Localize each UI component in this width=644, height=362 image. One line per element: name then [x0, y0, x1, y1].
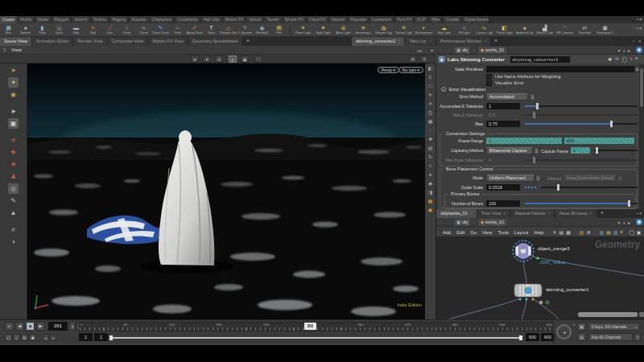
overlay-icon[interactable]: ▥ [613, 229, 618, 235]
search-icon[interactable]: ◯ [622, 56, 628, 62]
playhead-marker[interactable]: 291 [304, 323, 316, 330]
shelf-tab[interactable]: Digital Assets [462, 16, 489, 23]
shelf-tab[interactable]: Characters [150, 16, 175, 23]
shelf-tool[interactable]: ✛ Null [85, 23, 101, 36]
node-label[interactable]: object_merge3 [538, 246, 570, 251]
shelf-tab[interactable]: Polygon [52, 16, 72, 23]
close-icon[interactable]: × [484, 39, 486, 43]
frame-all-icon[interactable]: ▣ [637, 229, 642, 235]
shelf-tab[interactable]: Muscles [129, 16, 149, 23]
menu-item[interactable]: Tools [498, 230, 510, 235]
display-option-icon[interactable]: ☀ [427, 100, 435, 108]
shelf-tool[interactable]: ◎ Torus [51, 23, 68, 36]
shelf-tool[interactable]: ◧ Portal Light [494, 23, 514, 36]
shelf-tool[interactable]: ∿ Caustic Light [474, 23, 494, 36]
scene-viewport[interactable]: Persp ▾ No cam ▾ Indie Edition [27, 64, 425, 319]
collapse-icon[interactable]: - [441, 87, 446, 92]
capture-frame-slider[interactable] [594, 150, 638, 151]
range-start-field[interactable]: 1 [79, 333, 93, 341]
help-icon[interactable]: ? [635, 56, 638, 62]
shelf-tab[interactable]: Pyro FX [394, 16, 415, 23]
snap-tool[interactable]: # [8, 224, 19, 235]
shelf-tool[interactable]: △ Platonic Solids [220, 23, 237, 36]
network-scrollbar-button[interactable] [639, 312, 644, 317]
close-icon[interactable]: × [590, 211, 592, 216]
pane-tab[interactable]: Performance Monitor× [436, 37, 491, 46]
link-icon[interactable] [636, 47, 642, 53]
network-editor[interactable]: Geometry [436, 237, 644, 319]
select-tool[interactable]: ✦ [8, 77, 19, 88]
shelf-tab[interactable]: Crowds [443, 16, 462, 23]
keys-summary-dropdown[interactable]: 0 keys, 0/0 channels▴ [588, 323, 640, 331]
use-name-checkbox[interactable] [486, 74, 492, 80]
view-tool[interactable]: ➤ [8, 65, 19, 76]
shelf-tool[interactable]: ∿ Curve [135, 23, 152, 36]
menu-item[interactable]: Layout [514, 230, 528, 235]
pane-tab[interactable]: Tree View× [477, 209, 510, 218]
pane-tab[interactable]: Asset Browser× [555, 209, 597, 218]
forward-icon[interactable]: → [447, 220, 452, 224]
shelf-tab[interactable]: Create [0, 16, 18, 23]
shelf-tool[interactable]: T Font [203, 23, 220, 36]
close-icon[interactable]: × [503, 211, 506, 216]
display-options-tool[interactable]: ◑ [8, 237, 19, 247]
shelf-tool[interactable]: ✦ Spot Light [313, 23, 333, 36]
accumulate-tolerance-field[interactable]: 1 [486, 103, 520, 109]
dropdown-spinner[interactable]: ↕ [530, 93, 535, 101]
jog-wheel[interactable] [556, 324, 572, 339]
rig-attach-tool[interactable]: ❖ [8, 159, 19, 170]
shelf-tool[interactable]: ▦ Box [0, 23, 17, 36]
paint-tool[interactable]: ✎ [8, 195, 19, 206]
character-pick-tool[interactable]: ♟ [8, 171, 19, 182]
shelf-tab[interactable]: Containers [369, 16, 394, 23]
shelf-tab[interactable]: Constraints [175, 16, 200, 23]
menu-item[interactable]: View [482, 230, 492, 235]
shelf-tool[interactable]: ╱ Line [101, 23, 118, 36]
hda-pin-icon[interactable]: H [615, 56, 618, 62]
capturing-method-dropdown[interactable]: Biharmonic Capture [486, 147, 533, 154]
shelf-tool[interactable]: ◠ VR Camera [555, 23, 575, 36]
layout-icon[interactable]: ▤ [559, 229, 564, 235]
shelf-tab[interactable]: Populate [348, 16, 369, 23]
pin-icon[interactable]: +▸ [622, 48, 633, 53]
pane-tab[interactable]: Animation Editor [32, 37, 73, 46]
select-geometry-tool[interactable]: ◉ [8, 89, 19, 100]
shelf-tool[interactable]: ▤ File [270, 23, 287, 36]
select-mode-icon[interactable]: ▣ [241, 56, 249, 63]
gear-icon[interactable]: ✱ [608, 56, 612, 62]
playback-start-field[interactable]: 1 [94, 333, 108, 341]
shelf-tool[interactable]: ◐ Environment Light [414, 23, 434, 36]
key-display-icon[interactable]: ▦ [577, 323, 586, 331]
shelf-tab[interactable]: Cloud FX [307, 16, 329, 23]
guide-scale-field[interactable]: 0.0518 [486, 184, 520, 191]
new-pane-tab-button[interactable]: + [491, 37, 501, 46]
shelf-tool[interactable]: ≈ Path [169, 23, 186, 36]
list-icon[interactable]: ≣ [586, 229, 590, 235]
static-primitives-field[interactable] [486, 66, 634, 72]
menu-item[interactable]: Add [443, 230, 451, 235]
current-frame-field[interactable]: 291 [48, 322, 68, 331]
dropdown-spinner[interactable]: ↕ [534, 147, 539, 154]
pane-tab[interactable]: Composite View [108, 37, 149, 46]
shelf-tool[interactable]: ▟ Stereo Camera [535, 23, 555, 36]
notes-icon[interactable]: ▤ [606, 229, 611, 235]
pane-controls-icon[interactable]: ▪ ▾ [633, 39, 642, 43]
new-pane-tab-button[interactable]: + [597, 209, 607, 218]
shelf-tool[interactable]: ○ Circle [118, 23, 135, 36]
shelf-tool[interactable]: ▣ Gamepad Camera [595, 23, 615, 36]
pane-tab[interactable]: Material Palette× [510, 209, 555, 218]
shelf-tab[interactable]: Modify [18, 16, 35, 23]
physics-tool[interactable]: ◎ [8, 183, 19, 194]
terrain-tool[interactable]: ▲ [8, 208, 19, 218]
play-reverse-button[interactable]: ◀ [15, 322, 24, 331]
shelf-tool[interactable]: ▮ Tube [34, 23, 51, 36]
pane-tab[interactable]: Motion FX View [148, 37, 188, 46]
shelf-tool[interactable]: Y L-System [237, 23, 254, 36]
display-option-icon[interactable]: ◫ [427, 109, 435, 117]
key-scope-dropdown[interactable]: Key All Channels [588, 333, 633, 341]
breadcrumb-node[interactable]: ◆ works_01 [478, 47, 506, 54]
shelf-tab[interactable]: Vellum [246, 16, 264, 23]
node-label[interactable]: skinning_converter1 [546, 287, 589, 292]
shelf-tool[interactable]: ☁ Sky Light [434, 23, 454, 36]
display-option-icon[interactable]: ◨ [427, 188, 435, 196]
